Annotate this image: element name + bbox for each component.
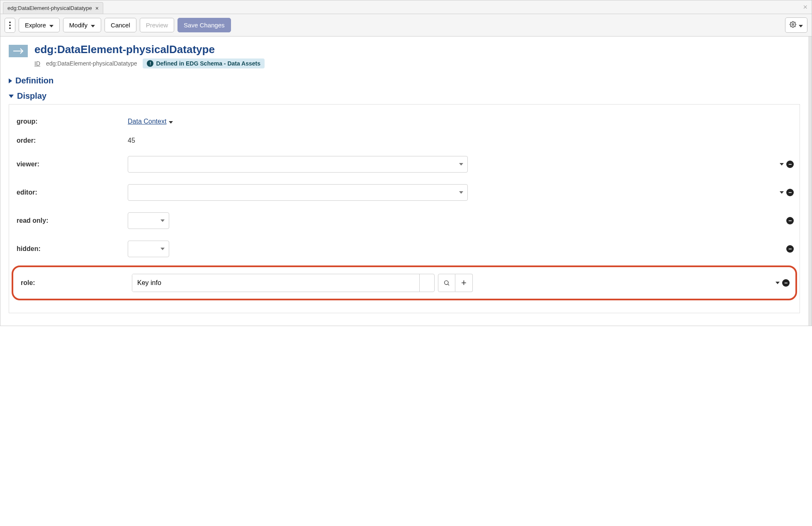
row-read-only: read only: − xyxy=(15,207,794,235)
row-editor: editor: − xyxy=(15,178,794,207)
hidden-select[interactable] xyxy=(128,241,169,257)
row-group: group: Data Context xyxy=(15,112,794,131)
role-dropdown-toggle[interactable] xyxy=(419,274,434,292)
page-title: edg:DataElement-physicalDatatype xyxy=(34,43,265,56)
svg-point-0 xyxy=(792,24,794,25)
cancel-button[interactable]: Cancel xyxy=(105,18,136,32)
svg-point-2 xyxy=(445,281,448,285)
label-read-only: read only: xyxy=(15,217,123,224)
role-input-wrap xyxy=(132,274,435,292)
section-definition[interactable]: Definition xyxy=(9,76,800,85)
kebab-icon xyxy=(9,22,11,29)
search-icon xyxy=(443,280,450,286)
page-header: edg:DataElement-physicalDatatype ID edg:… xyxy=(9,43,800,68)
chevron-down-icon xyxy=(160,248,165,250)
badge-text: Defined in EDG Schema - Data Assets xyxy=(156,60,260,67)
label-editor: editor: xyxy=(15,189,123,196)
row-role: role: + xyxy=(19,271,790,295)
chevron-down-icon xyxy=(459,163,463,166)
close-icon[interactable]: × xyxy=(95,5,99,11)
label-viewer: viewer: xyxy=(15,161,123,168)
row-menu-icon[interactable] xyxy=(776,282,780,284)
editor-tab[interactable]: edg:DataElement-physicalDatatype × xyxy=(3,2,103,14)
row-order: order: 45 xyxy=(15,131,794,150)
modify-label: Modify xyxy=(69,22,88,29)
role-search-button[interactable] xyxy=(438,274,455,292)
remove-icon[interactable]: − xyxy=(786,217,794,224)
highlighted-role-row: role: + xyxy=(12,265,797,300)
save-changes-button[interactable]: Save Changes xyxy=(177,18,231,32)
settings-button[interactable] xyxy=(785,17,807,33)
group-value-text: Data Context xyxy=(128,118,166,125)
caret-down-icon xyxy=(798,22,803,29)
remove-icon[interactable]: − xyxy=(786,245,794,253)
display-form: group: Data Context order: 45 viewer: xyxy=(9,104,800,313)
id-value: edg:DataElement-physicalDatatype xyxy=(46,60,137,67)
row-viewer: viewer: − xyxy=(15,150,794,178)
chevron-down-icon xyxy=(160,219,165,222)
label-hidden: hidden: xyxy=(15,245,123,253)
expand-icon xyxy=(9,78,12,83)
more-actions-button[interactable] xyxy=(5,18,15,33)
row-menu-icon[interactable] xyxy=(780,191,784,194)
row-menu-icon[interactable] xyxy=(780,163,784,166)
gear-icon xyxy=(790,21,796,29)
editor-select[interactable] xyxy=(128,184,468,201)
remove-icon[interactable]: − xyxy=(782,279,790,287)
content-area: edg:DataElement-physicalDatatype ID edg:… xyxy=(0,37,812,326)
role-buttons: + xyxy=(438,274,473,292)
property-type-icon xyxy=(9,45,28,57)
collapse-icon xyxy=(9,95,14,98)
order-value: 45 xyxy=(128,137,135,144)
section-definition-label: Definition xyxy=(15,76,53,85)
row-hidden: hidden: − xyxy=(15,235,794,263)
chevron-down-icon xyxy=(459,191,463,194)
toolbar: Explore Modify Cancel Preview Save Chang… xyxy=(0,14,812,37)
caret-down-icon xyxy=(90,22,95,29)
caret-down-icon xyxy=(169,118,173,125)
read-only-select[interactable] xyxy=(128,212,169,229)
label-role: role: xyxy=(19,279,127,287)
save-label: Save Changes xyxy=(184,22,224,29)
role-add-button[interactable]: + xyxy=(455,274,473,292)
explore-label: Explore xyxy=(25,22,46,29)
role-input[interactable] xyxy=(132,274,419,292)
tab-bar: edg:DataElement-physicalDatatype × × xyxy=(0,0,812,14)
remove-icon[interactable]: − xyxy=(786,189,794,196)
cancel-label: Cancel xyxy=(111,22,130,29)
svg-line-3 xyxy=(448,284,449,285)
preview-button[interactable]: Preview xyxy=(140,18,174,32)
label-order: order: xyxy=(15,137,123,144)
tab-title: edg:DataElement-physicalDatatype xyxy=(7,5,92,11)
definition-badge[interactable]: ! Defined in EDG Schema - Data Assets xyxy=(143,58,265,68)
window: edg:DataElement-physicalDatatype × × Exp… xyxy=(0,0,812,326)
preview-label: Preview xyxy=(146,22,168,29)
explore-button[interactable]: Explore xyxy=(19,18,60,32)
plus-icon: + xyxy=(461,278,467,288)
modify-button[interactable]: Modify xyxy=(63,18,101,32)
section-display-label: Display xyxy=(17,91,46,101)
viewer-select[interactable] xyxy=(128,156,468,173)
id-label: ID xyxy=(34,60,40,67)
window-close-icon[interactable]: × xyxy=(803,3,807,12)
remove-icon[interactable]: − xyxy=(786,161,794,168)
info-icon: ! xyxy=(147,60,153,67)
section-display[interactable]: Display xyxy=(9,91,800,101)
caret-down-icon xyxy=(49,22,53,29)
group-value-link[interactable]: Data Context xyxy=(128,118,173,125)
label-group: group: xyxy=(15,118,123,125)
